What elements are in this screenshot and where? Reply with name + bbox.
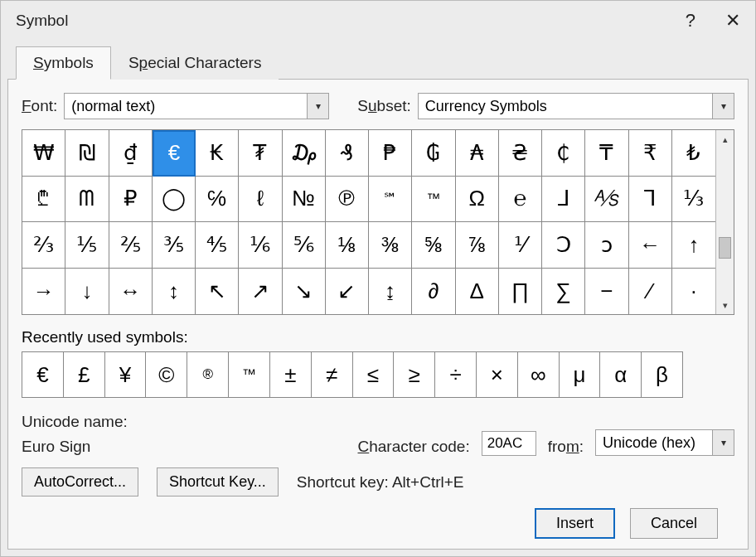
close-icon[interactable]: ✕	[725, 10, 740, 31]
symbol-cell[interactable]: ₸	[585, 130, 628, 177]
symbol-cell[interactable]: ↄ	[585, 222, 628, 269]
symbol-cell[interactable]: ↓	[65, 269, 109, 315]
symbol-cell[interactable]: ↨	[369, 269, 412, 315]
symbol-cell[interactable]: ₭	[196, 130, 239, 177]
scroll-down-icon[interactable]: ▾	[716, 296, 734, 314]
symbol-cell[interactable]: ⅗	[153, 222, 196, 269]
symbol-cell[interactable]: ₽	[109, 177, 153, 223]
recent-symbol-cell[interactable]: ±	[270, 352, 312, 397]
symbol-cell[interactable]: ℠	[369, 177, 412, 223]
symbol-cell[interactable]: ⅕	[65, 222, 109, 269]
chevron-down-icon[interactable]: ▾	[712, 430, 734, 455]
symbol-cell[interactable]: →	[22, 269, 65, 315]
symbol-cell[interactable]: ℗	[326, 177, 369, 223]
insert-button[interactable]: Insert	[535, 508, 615, 539]
symbol-cell[interactable]: ℅	[196, 177, 239, 223]
recent-symbol-cell[interactable]: ®	[187, 352, 229, 397]
from-combo[interactable]: Unicode (hex) ▾	[595, 429, 734, 456]
recent-symbol-cell[interactable]: ×	[477, 352, 518, 397]
symbol-cell[interactable]: ⅝	[412, 222, 455, 269]
symbol-cell[interactable]: ₪	[65, 130, 109, 177]
symbol-cell[interactable]: ₳	[456, 130, 499, 177]
symbol-cell[interactable]: ∆	[456, 269, 499, 315]
symbol-cell[interactable]: ◯	[153, 177, 196, 223]
symbol-cell[interactable]: ⅟	[499, 222, 542, 269]
symbol-cell[interactable]: ↕	[153, 269, 196, 315]
symbol-cell[interactable]: ₩	[22, 130, 65, 177]
symbol-cell[interactable]: ₫	[109, 130, 153, 177]
symbol-cell[interactable]: ∂	[412, 269, 455, 315]
scroll-track[interactable]	[716, 148, 734, 296]
recent-symbol-cell[interactable]: ©	[146, 352, 187, 397]
scrollbar[interactable]: ▴ ▾	[715, 130, 734, 314]
symbol-cell[interactable]: ₺	[672, 130, 715, 177]
recent-symbol-cell[interactable]: ≠	[312, 352, 353, 397]
recent-symbol-cell[interactable]: ¥	[105, 352, 147, 397]
tab-special-characters[interactable]: Special Characters	[111, 46, 279, 80]
symbol-cell[interactable]: ↗	[239, 269, 282, 315]
recent-symbol-cell[interactable]: μ	[560, 352, 601, 397]
symbol-cell[interactable]: ℓ	[239, 177, 282, 223]
shortcut-key-button[interactable]: Shortcut Key...	[157, 467, 279, 496]
symbol-cell[interactable]: ₹	[629, 130, 672, 177]
symbol-cell[interactable]: ⅍	[585, 177, 628, 223]
symbol-cell[interactable]: ⅖	[109, 222, 153, 269]
symbol-cell[interactable]: ™	[412, 177, 455, 223]
symbol-cell[interactable]: Ω	[456, 177, 499, 223]
recent-symbol-cell[interactable]: ≤	[353, 352, 395, 397]
symbol-cell[interactable]: ∕	[629, 269, 672, 315]
subset-combo[interactable]: Currency Symbols ▾	[418, 93, 734, 119]
symbol-cell[interactable]: ∙	[672, 269, 715, 315]
symbol-cell[interactable]: ∑	[542, 269, 585, 315]
symbol-cell[interactable]: ⅜	[369, 222, 412, 269]
symbol-cell[interactable]: ⅚	[283, 222, 326, 269]
chevron-down-icon[interactable]: ▾	[712, 94, 734, 119]
symbol-cell[interactable]: ₵	[542, 130, 585, 177]
scroll-up-icon[interactable]: ▴	[716, 130, 734, 148]
help-icon[interactable]: ?	[686, 10, 695, 31]
cancel-button[interactable]: Cancel	[630, 508, 718, 539]
symbol-cell[interactable]: ₯	[283, 130, 326, 177]
symbol-cell[interactable]: ⅓	[672, 177, 715, 223]
recent-symbol-cell[interactable]: ∞	[518, 352, 560, 397]
symbol-cell[interactable]: ⅞	[456, 222, 499, 269]
symbol-cell[interactable]: ↘	[283, 269, 326, 315]
symbol-cell[interactable]: €	[153, 130, 196, 177]
scroll-thumb[interactable]	[719, 237, 731, 259]
symbol-cell[interactable]: ₾	[22, 177, 65, 223]
recent-symbol-cell[interactable]: α	[600, 352, 642, 397]
symbol-cell[interactable]: ⅂	[629, 177, 672, 223]
symbol-cell[interactable]: ∏	[499, 269, 542, 315]
symbol-cell[interactable]: ⅛	[326, 222, 369, 269]
symbol-cell[interactable]: №	[283, 177, 326, 223]
symbol-cell[interactable]: ⅙	[239, 222, 282, 269]
symbol-cell[interactable]: Ↄ	[542, 222, 585, 269]
symbol-cell[interactable]: ⅃	[542, 177, 585, 223]
symbol-cell[interactable]: ↙	[326, 269, 369, 315]
symbol-cell[interactable]: ←	[629, 222, 672, 269]
symbol-cell[interactable]: ₴	[499, 130, 542, 177]
symbol-cell[interactable]: ᗰ	[65, 177, 109, 223]
recent-symbol-cell[interactable]: ≥	[394, 352, 435, 397]
symbol-cell[interactable]: ₮	[239, 130, 282, 177]
symbol-cell[interactable]: ↑	[672, 222, 715, 269]
symbol-cell[interactable]: ₲	[412, 130, 455, 177]
recent-symbol-cell[interactable]: £	[64, 352, 105, 397]
recent-symbol-cell[interactable]: β	[642, 352, 682, 397]
tab-symbols[interactable]: Symbols	[16, 46, 111, 80]
symbol-cell[interactable]: ℮	[499, 177, 542, 223]
char-code-input[interactable]	[482, 431, 536, 456]
chevron-down-icon[interactable]: ▾	[307, 94, 328, 119]
symbol-cell[interactable]: ↔	[109, 269, 153, 315]
font-combo[interactable]: (normal text) ▾	[64, 93, 329, 119]
recent-symbol-cell[interactable]: ÷	[435, 352, 477, 397]
symbol-cell[interactable]: ↖	[196, 269, 239, 315]
autocorrect-button[interactable]: AutoCorrect...	[22, 467, 138, 496]
recent-symbol-cell[interactable]: €	[22, 352, 64, 397]
recent-symbol-cell[interactable]: ™	[229, 352, 270, 397]
symbol-cell[interactable]: ⅔	[22, 222, 65, 269]
symbol-cell[interactable]: −	[585, 269, 628, 315]
symbol-cell[interactable]: ₱	[369, 130, 412, 177]
symbol-cell[interactable]: ⅘	[196, 222, 239, 269]
symbol-cell[interactable]: ₰	[326, 130, 369, 177]
